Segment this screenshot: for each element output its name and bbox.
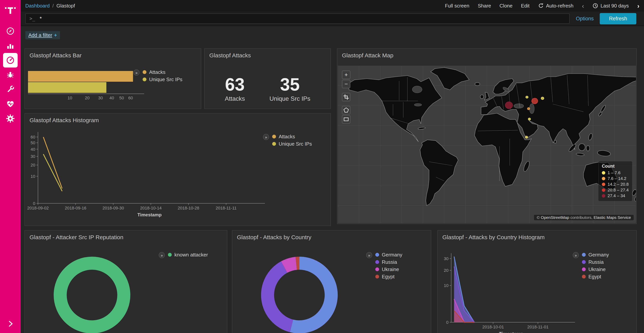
- sidebar-item-settings[interactable]: [3, 111, 18, 126]
- legend-items: known attacker: [168, 252, 208, 258]
- legend-item-Russia[interactable]: Russia: [375, 259, 402, 265]
- legend-item-Unique Src IPs[interactable]: Unique Src IPs: [272, 141, 312, 147]
- legend-dot: [375, 275, 379, 278]
- time-range-picker[interactable]: Last 90 days: [592, 3, 629, 9]
- legend-label: Unique Src IPs: [279, 141, 312, 147]
- line-Attacks[interactable]: [43, 137, 62, 188]
- attack-marker[interactable]: [525, 136, 528, 138]
- attack-marker[interactable]: [541, 97, 544, 100]
- slice-known attacker[interactable]: [60, 263, 124, 327]
- range-label: 7.6 – 14.2: [608, 176, 626, 181]
- time-back-chevron[interactable]: ‹: [582, 3, 584, 9]
- sidebar-item-discover[interactable]: [3, 24, 18, 38]
- legend-item-Attacks[interactable]: Attacks: [142, 70, 182, 75]
- legend-item-Ukraine[interactable]: Ukraine: [582, 267, 609, 272]
- crop-tool-button[interactable]: [342, 93, 350, 101]
- y-tick-label: 40: [31, 147, 35, 152]
- elastic-maps-service-link[interactable]: Elastic Maps Service: [594, 215, 631, 220]
- sidebar-item-health[interactable]: [3, 97, 18, 111]
- panel-attacks-by-country-histogram: Glastopf - Attacks by Country Histogram …: [438, 230, 637, 333]
- app-root: Dashboard / Glastopf Full screen Share C…: [0, 0, 644, 333]
- legend-toggle-icon[interactable]: »: [366, 252, 372, 258]
- donut-chart-host: [25, 231, 227, 333]
- continent-greenland: [431, 68, 469, 90]
- world-map[interactable]: + − Count: [338, 66, 636, 223]
- chart-legend: » known attacker: [159, 252, 208, 258]
- legend-item-Egypt[interactable]: Egypt: [582, 274, 609, 279]
- refresh-button[interactable]: Refresh: [600, 13, 636, 24]
- legend-item-Attacks[interactable]: Attacks: [272, 134, 312, 139]
- legend-toggle-icon[interactable]: »: [263, 134, 269, 140]
- options-link[interactable]: Options: [576, 16, 594, 22]
- map-controls: + −: [342, 71, 350, 124]
- attack-marker[interactable]: [527, 108, 530, 110]
- island-sumatra: [568, 143, 577, 152]
- legend-item-Germany[interactable]: Germany: [582, 252, 609, 257]
- draw-polygon-button[interactable]: [342, 106, 350, 114]
- attack-marker[interactable]: [526, 96, 528, 98]
- x-tick-label: 40: [107, 96, 116, 101]
- clone-button[interactable]: Clone: [500, 3, 512, 9]
- attack-marker[interactable]: [505, 102, 512, 109]
- panel-title[interactable]: Glastopf Attack Map: [337, 49, 636, 60]
- attack-marker[interactable]: [528, 118, 531, 120]
- island-java: [576, 153, 584, 156]
- bar-chart-icon: [6, 41, 15, 50]
- legend-item-Egypt[interactable]: Egypt: [375, 274, 402, 279]
- breadcrumb-dashboard-link[interactable]: Dashboard: [25, 3, 50, 9]
- sidebar-item-visualize[interactable]: [3, 38, 18, 53]
- y-tick-label: 10: [31, 174, 35, 179]
- chart-legend: » GermanyRussiaUkraineEgypt: [366, 252, 402, 279]
- range-label: 27.4 – 34: [608, 193, 625, 198]
- bug-icon: [6, 71, 14, 79]
- legend-toggle-icon[interactable]: »: [159, 252, 165, 258]
- sidebar-collapse-button[interactable]: [0, 319, 21, 328]
- range-label: 14.2 – 20.8: [608, 182, 629, 187]
- add-filter-label: Add a filter: [28, 32, 52, 38]
- chart-legend: » AttacksUnique Src IPs: [263, 134, 312, 147]
- legend-item-Ukraine[interactable]: Ukraine: [375, 267, 402, 272]
- attack-marker[interactable]: [532, 98, 538, 104]
- zoom-in-button[interactable]: +: [342, 71, 350, 79]
- panel-title[interactable]: Glastopf - Attacks by Country Histogram: [438, 231, 636, 242]
- bar-Unique Src IPs[interactable]: [28, 82, 106, 93]
- legend-toggle-icon[interactable]: »: [134, 70, 140, 76]
- zoom-out-button[interactable]: −: [342, 80, 350, 88]
- panel-title[interactable]: Glastopf Attacks Histogram: [25, 114, 330, 125]
- heartbeat-icon: [6, 99, 15, 109]
- legend-item-Germany[interactable]: Germany: [375, 252, 402, 257]
- continent-south-america: [420, 140, 458, 206]
- legend-toggle-icon[interactable]: »: [573, 252, 579, 258]
- share-button[interactable]: Share: [478, 3, 491, 9]
- sidebar-item-dashboard[interactable]: [3, 53, 18, 68]
- edit-button[interactable]: Edit: [521, 3, 530, 9]
- range-label: 20.8 – 27.4: [608, 188, 629, 193]
- time-forward-chevron[interactable]: ›: [637, 3, 640, 9]
- sea-caspian: [530, 104, 534, 114]
- openstreetmap-link[interactable]: OpenStreetMap: [541, 215, 569, 220]
- attribution-middle: contributors,: [569, 215, 594, 220]
- rectangle-icon: [344, 117, 349, 122]
- legend-dot: [375, 260, 379, 264]
- gear-icon: [6, 114, 15, 123]
- draw-rectangle-button[interactable]: [342, 115, 350, 124]
- legend-item-known attacker[interactable]: known attacker: [168, 252, 208, 257]
- bar-Attacks[interactable]: [28, 71, 133, 82]
- sidebar-item-security[interactable]: [3, 68, 18, 82]
- add-filter-button[interactable]: Add a filter +: [25, 31, 60, 39]
- search-input[interactable]: >_ *: [25, 14, 570, 24]
- auto-refresh-button[interactable]: Auto-refresh: [538, 3, 574, 9]
- metric-label: Unique Src IPs: [270, 95, 310, 102]
- legend-item-Russia[interactable]: Russia: [582, 259, 609, 265]
- t-logo[interactable]: [4, 0, 16, 24]
- island-new-zealand-north: [632, 189, 636, 196]
- world-map-canvas: [338, 66, 636, 223]
- legend-dot: [582, 260, 586, 264]
- legend-label: Attacks: [279, 134, 295, 140]
- panel-title[interactable]: Glastopf Attacks: [205, 49, 330, 60]
- line-Unique Src IPs[interactable]: [43, 154, 62, 191]
- sidebar-item-tools[interactable]: [3, 82, 18, 97]
- panel-attacks-by-country: Glastopf - Attacks by Country » GermanyR…: [232, 230, 431, 333]
- legend-item-Unique Src IPs[interactable]: Unique Src IPs: [142, 77, 182, 82]
- full-screen-button[interactable]: Full screen: [445, 3, 470, 9]
